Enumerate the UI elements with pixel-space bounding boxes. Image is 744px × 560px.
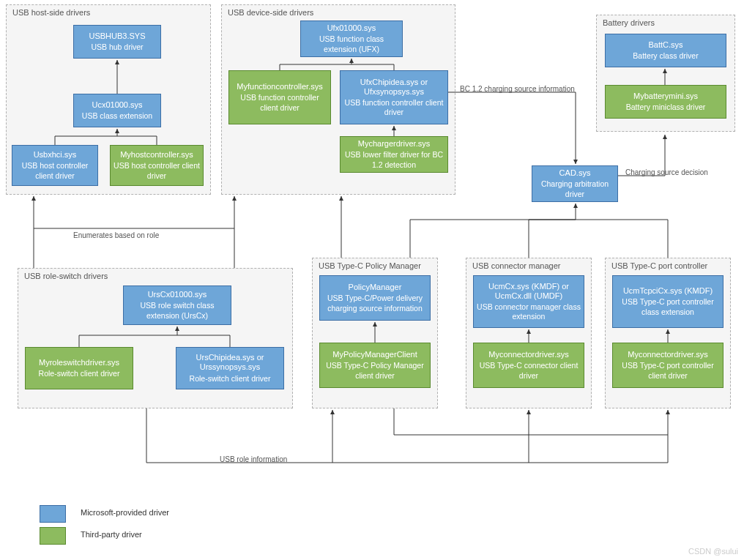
box-sub: USB connector manager class extension <box>477 302 581 321</box>
box-cad: CAD.sys Charging arbitration driver <box>532 165 618 202</box>
box-sub: USB function controller client driver <box>232 93 327 112</box>
box-usbxhci: Usbxhci.sys USB host controller client d… <box>12 145 98 186</box>
box-myconnectordriver: Myconnectordriver.sys USB Type-C connect… <box>473 343 584 388</box>
group-title-port-controller: USB Type-C port controller <box>611 261 724 270</box>
watermark: CSDN @sului <box>688 547 738 556</box>
box-ucmcx: UcmCx.sys (KMDF) or UcmCx.dll (UMDF) USB… <box>473 275 584 328</box>
box-ufxchipidea: UfxChipidea.sys or Ufxsynopsys.sys USB f… <box>340 70 448 124</box>
box-title: UfxChipidea.sys or Ufxsynopsys.sys <box>343 78 444 97</box>
box-title: Mybatterymini.sys <box>633 92 698 101</box>
group-title-connector-manager: USB connector manager <box>472 261 585 270</box>
label-enum-role: Enumerates based on role <box>73 231 159 239</box>
box-title: Myconnectordriver.sys <box>628 350 707 359</box>
box-title: Myfunctioncontroller.sys <box>237 82 322 92</box>
box-sub: USB role switch class extension (UrsCx) <box>127 301 228 320</box>
box-sub: USB Type-C/Power delivery charging sourc… <box>323 294 427 313</box>
box-sub: Battery miniclass driver <box>626 102 706 112</box>
box-sub: USB function controller client driver <box>343 98 444 117</box>
box-urscx: UrsCx01000.sys USB role switch class ext… <box>123 285 231 325</box>
box-title: Usbxhci.sys <box>34 150 77 160</box>
box-title: Myhostcontroller.sys <box>120 150 193 160</box>
legend-text-ms: Microsoft-provided driver <box>81 508 169 517</box>
box-title: UrsChipidea.sys or Urssynopsys.sys <box>179 353 280 372</box>
box-sub: USB Type-C Policy Manager client driver <box>323 361 427 380</box>
legend-text-tp: Third-party driver <box>81 530 142 539</box>
box-title: PolicyManager <box>349 283 402 292</box>
group-title-role-switch: USB role-switch drivers <box>24 272 286 280</box>
box-title: Mychargerdriver.sys <box>358 139 430 149</box>
box-ucx01000: Ucx01000.sys USB class extension <box>73 94 161 127</box>
label-usb-role-info: USB role information <box>220 455 287 463</box>
box-title: USBHUB3.SYS <box>89 31 145 41</box>
box-title: CAD.sys <box>559 168 591 178</box>
box-sub: USB host controller client driver <box>15 161 94 180</box>
box-sub: USB lower filter driver for BC 1.2 detec… <box>343 150 444 169</box>
box-urschipidea: UrsChipidea.sys or Urssynopsys.sys Role-… <box>176 347 284 389</box>
box-battc: BattC.sys Battery class driver <box>605 34 726 67</box>
box-policymanager: PolicyManager USB Type-C/Power delivery … <box>319 275 431 321</box>
box-title: UcmCx.sys (KMDF) or UcmCx.dll (UMDF) <box>477 282 581 301</box>
box-title: UcmTcpciCx.sys (KMDF) <box>623 286 713 296</box>
group-title-device-side: USB device-side drivers <box>228 8 449 17</box>
box-title: BattC.sys <box>648 40 682 50</box>
box-sub: Battery class driver <box>633 51 698 61</box>
box-myfunctioncontroller: Myfunctioncontroller.sys USB function co… <box>228 70 331 124</box>
box-myconnectordriver2: Myconnectordriver.sys USB Type-C port co… <box>612 343 723 388</box>
label-bc12: BC 1.2 charging source information <box>460 85 575 93</box>
box-title: Myroleswitchdriver.sys <box>39 358 119 367</box>
box-title: Ufx01000.sys <box>327 23 376 33</box>
box-sub: USB Type-C connector client driver <box>477 361 581 380</box>
label-charging-decision: Charging source decision <box>625 168 708 176</box>
box-sub: Role-switch client driver <box>39 369 120 378</box>
box-title: MyPolicyManagerClient <box>332 350 417 359</box>
group-title-host-side: USB host-side drivers <box>12 8 204 17</box>
box-mypolicymanagerclient: MyPolicyManagerClient USB Type-C Policy … <box>319 343 431 388</box>
box-mybatterymini: Mybatterymini.sys Battery miniclass driv… <box>605 85 726 119</box>
legend-swatch-ms <box>40 505 66 523</box>
box-sub: USB Type-C port controller class extensi… <box>616 297 720 316</box>
box-sub: Charging arbitration driver <box>535 179 614 198</box>
box-sub: Role-switch client driver <box>190 374 271 384</box>
box-ucmtcpci: UcmTcpciCx.sys (KMDF) USB Type-C port co… <box>612 275 723 328</box>
legend-swatch-tp <box>40 527 66 545</box>
box-sub: USB hub driver <box>91 42 143 52</box>
box-mychargerdriver: Mychargerdriver.sys USB lower filter dri… <box>340 136 448 173</box>
box-sub: USB function class extension (UFX) <box>304 34 399 53</box>
box-ufx01000: Ufx01000.sys USB function class extensio… <box>300 20 403 57</box>
box-sub: USB host controller client driver <box>114 161 200 180</box>
box-myroleswitch: Myroleswitchdriver.sys Role-switch clien… <box>25 347 133 389</box>
group-title-battery: Battery drivers <box>603 18 729 27</box>
box-sub: USB class extension <box>82 111 152 121</box>
box-title: UrsCx01000.sys <box>148 290 207 299</box>
box-title: Ucx01000.sys <box>92 100 142 110</box>
group-title-policy-manager: USB Type-C Policy Manager <box>319 261 431 270</box>
box-sub: USB Type-C port controller client driver <box>616 361 720 380</box>
box-myhostcontroller: Myhostcontroller.sys USB host controller… <box>110 145 204 186</box>
box-title: Myconnectordriver.sys <box>488 350 568 359</box>
box-usbhub3: USBHUB3.SYS USB hub driver <box>73 25 161 59</box>
